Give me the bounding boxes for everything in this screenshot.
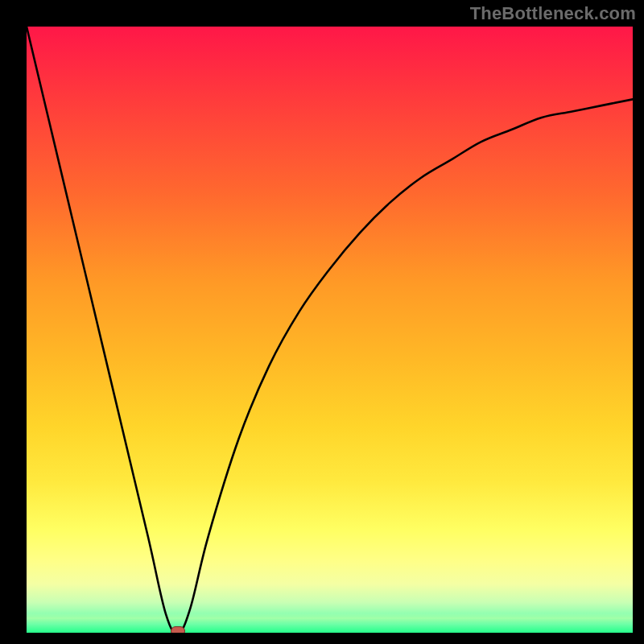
attribution-label: TheBottleneck.com xyxy=(470,3,636,24)
bottleneck-curve xyxy=(27,27,633,633)
chart-container: TheBottleneck.com xyxy=(0,0,644,644)
optimal-point-marker xyxy=(171,626,185,633)
plot-area xyxy=(27,27,633,633)
